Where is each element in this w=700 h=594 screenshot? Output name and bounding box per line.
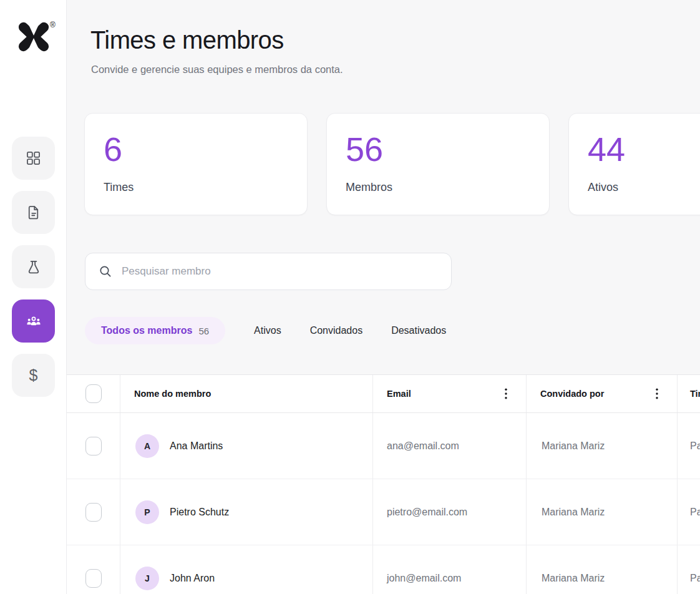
- search-bar: [85, 253, 452, 290]
- column-header-convidado-por: Convidado por: [526, 375, 677, 412]
- stat-value: 56: [346, 132, 549, 166]
- dollar-icon: $: [29, 366, 38, 384]
- invited-by: Mariana Mariz: [526, 479, 677, 545]
- member-name: John Aron: [170, 573, 215, 584]
- kebab-menu-icon: [505, 388, 507, 399]
- team-icon: [25, 313, 42, 330]
- tab-ativos[interactable]: Ativos: [254, 325, 281, 336]
- header-checkbox-cell: [67, 375, 120, 412]
- main-content: Times e membros Convide e gerencie suas …: [67, 0, 700, 594]
- member-email: pietro@email.com: [372, 479, 526, 545]
- row-checkbox[interactable]: [85, 569, 102, 588]
- table-row: A Ana Martins ana@email.com Mariana Mari…: [67, 413, 700, 479]
- member-avatar: A: [135, 434, 159, 458]
- stat-value: 44: [588, 132, 700, 166]
- flask-icon: [25, 258, 42, 276]
- sidebar-item-members[interactable]: [12, 299, 55, 343]
- kebab-menu-icon: [656, 388, 658, 399]
- x-logo-icon: [17, 19, 51, 54]
- stat-label: Ativos: [588, 181, 700, 194]
- stat-label: Times: [104, 181, 307, 194]
- sidebar-item-documents[interactable]: [12, 191, 55, 234]
- tab-label: Todos os membros: [101, 325, 192, 336]
- column-header-email: Email: [372, 375, 526, 412]
- member-team: Pa: [677, 479, 700, 545]
- stat-cards: 6 Times 56 Membros 44 Ativos: [84, 113, 700, 215]
- select-all-checkbox[interactable]: [85, 384, 102, 403]
- page-title: Times e membros: [90, 26, 284, 54]
- table-row: J John Aron john@email.com Mariana Mariz…: [67, 545, 700, 594]
- member-name-cell: A Ana Martins: [120, 413, 372, 479]
- sidebar: ®: [0, 0, 67, 594]
- stat-card-times: 6 Times: [84, 113, 308, 215]
- member-avatar: J: [135, 567, 159, 590]
- member-email: ana@email.com: [372, 413, 526, 479]
- sidebar-item-labs[interactable]: [12, 245, 55, 288]
- stat-card-ativos: 44 Ativos: [568, 113, 700, 215]
- members-table: Nome do membro Email Convidado por: [67, 374, 700, 594]
- sidebar-item-dashboard[interactable]: [12, 137, 55, 180]
- member-name: Pietro Schutz: [170, 507, 229, 518]
- member-email: john@email.com: [372, 545, 526, 594]
- row-checkbox[interactable]: [85, 503, 102, 522]
- convidado-column-menu-button[interactable]: [653, 386, 661, 402]
- table-header-row: Nome do membro Email Convidado por: [67, 375, 700, 413]
- member-avatar: P: [135, 500, 159, 524]
- column-header-nome: Nome do membro: [120, 375, 372, 412]
- row-checkbox-cell: [67, 479, 120, 545]
- member-name: Ana Martins: [170, 441, 223, 452]
- member-team: Pa: [677, 413, 700, 479]
- search-input[interactable]: [122, 265, 439, 278]
- table-row: P Pietro Schutz pietro@email.com Mariana…: [67, 479, 700, 545]
- column-header-time: Time: [677, 375, 700, 412]
- row-checkbox-cell: [67, 545, 120, 594]
- invited-by: Mariana Mariz: [526, 545, 677, 594]
- member-team: Pa: [677, 545, 700, 594]
- search-icon: [98, 264, 113, 279]
- sidebar-nav: $: [12, 137, 55, 397]
- member-name-cell: J John Aron: [120, 545, 372, 594]
- row-checkbox-cell: [67, 413, 120, 479]
- grid-icon: [25, 150, 42, 167]
- sidebar-item-billing[interactable]: $: [12, 354, 55, 397]
- tab-convidados[interactable]: Convidados: [310, 325, 363, 336]
- tab-count-badge: 56: [198, 326, 209, 336]
- tab-todos-os-membros[interactable]: Todos os membros 56: [85, 317, 225, 344]
- stat-card-membros: 56 Membros: [326, 113, 550, 215]
- filter-tabs: Todos os membros 56 Ativos Convidados De…: [85, 317, 446, 344]
- member-name-cell: P Pietro Schutz: [120, 479, 372, 545]
- page-subtitle: Convide e gerencie suas equipes e membro…: [91, 64, 343, 75]
- row-checkbox[interactable]: [85, 437, 102, 455]
- stat-value: 6: [104, 132, 307, 166]
- email-column-menu-button[interactable]: [502, 386, 510, 402]
- document-icon: [25, 204, 42, 221]
- stat-label: Membros: [346, 181, 549, 194]
- invited-by: Mariana Mariz: [526, 413, 677, 479]
- brand-logo: ®: [17, 19, 58, 54]
- registered-trademark: ®: [50, 21, 56, 29]
- tab-desativados[interactable]: Desativados: [391, 325, 446, 336]
